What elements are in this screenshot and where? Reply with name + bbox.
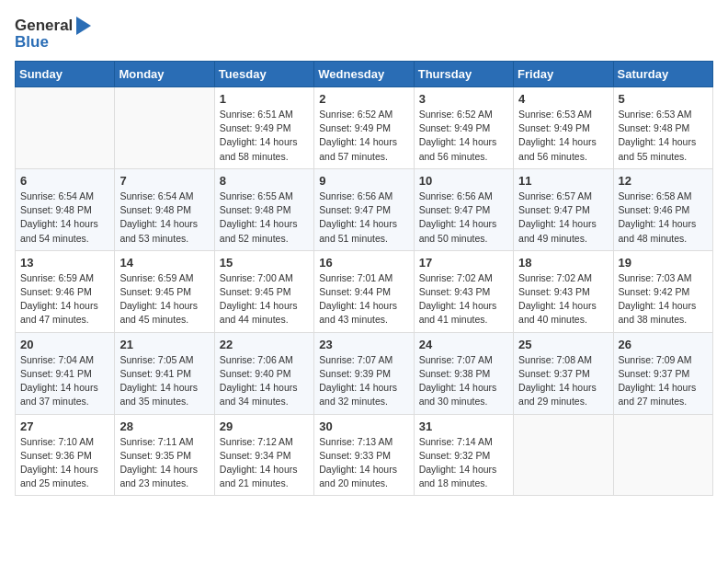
day-number: 19 (619, 256, 708, 270)
calendar-cell: 20Sunrise: 7:04 AM Sunset: 9:41 PM Dayli… (16, 332, 115, 414)
weekday-header-friday: Friday (514, 62, 613, 87)
calendar-cell: 15Sunrise: 7:00 AM Sunset: 9:45 PM Dayli… (214, 250, 313, 332)
logo-icon (74, 15, 93, 37)
day-info: Sunrise: 6:59 AM Sunset: 9:45 PM Dayligh… (119, 271, 209, 327)
calendar-cell: 5Sunrise: 6:53 AM Sunset: 9:48 PM Daylig… (613, 87, 712, 169)
svg-marker-0 (76, 17, 91, 35)
calendar-cell: 12Sunrise: 6:58 AM Sunset: 9:46 PM Dayli… (613, 168, 712, 250)
day-number: 9 (319, 174, 408, 188)
calendar-cell: 29Sunrise: 7:12 AM Sunset: 9:34 PM Dayli… (214, 414, 313, 496)
day-number: 29 (220, 419, 309, 433)
day-number: 12 (619, 174, 708, 188)
day-info: Sunrise: 7:04 AM Sunset: 9:41 PM Dayligh… (20, 353, 109, 409)
calendar-cell: 17Sunrise: 7:02 AM Sunset: 9:43 PM Dayli… (414, 250, 513, 332)
calendar-cell: 28Sunrise: 7:11 AM Sunset: 9:35 PM Dayli… (115, 414, 214, 496)
day-info: Sunrise: 7:02 AM Sunset: 9:43 PM Dayligh… (419, 271, 508, 327)
day-number: 2 (319, 92, 408, 106)
day-number: 5 (619, 92, 708, 106)
day-info: Sunrise: 7:05 AM Sunset: 9:41 PM Dayligh… (119, 353, 209, 409)
calendar-cell: 6Sunrise: 6:54 AM Sunset: 9:48 PM Daylig… (16, 168, 115, 250)
day-info: Sunrise: 6:57 AM Sunset: 9:47 PM Dayligh… (518, 190, 608, 246)
calendar-cell: 10Sunrise: 6:56 AM Sunset: 9:47 PM Dayli… (414, 168, 513, 250)
calendar-cell (613, 414, 712, 496)
calendar-week-row: 1Sunrise: 6:51 AM Sunset: 9:49 PM Daylig… (16, 87, 713, 169)
day-number: 26 (619, 338, 708, 351)
calendar-cell: 4Sunrise: 6:53 AM Sunset: 9:49 PM Daylig… (514, 87, 613, 169)
logo: General Blue (15, 15, 98, 52)
logo-general-text: General (15, 17, 73, 35)
day-number: 11 (518, 174, 608, 188)
day-info: Sunrise: 7:00 AM Sunset: 9:45 PM Dayligh… (220, 271, 309, 327)
calendar-cell: 7Sunrise: 6:54 AM Sunset: 9:48 PM Daylig… (115, 168, 214, 250)
day-info: Sunrise: 6:52 AM Sunset: 9:49 PM Dayligh… (419, 108, 508, 164)
weekday-header-tuesday: Tuesday (214, 62, 313, 87)
day-info: Sunrise: 6:58 AM Sunset: 9:46 PM Dayligh… (619, 190, 708, 246)
day-number: 8 (220, 174, 309, 188)
day-info: Sunrise: 7:08 AM Sunset: 9:37 PM Dayligh… (518, 353, 608, 409)
calendar-week-row: 6Sunrise: 6:54 AM Sunset: 9:48 PM Daylig… (16, 168, 713, 250)
weekday-header-sunday: Sunday (16, 62, 115, 87)
day-info: Sunrise: 7:09 AM Sunset: 9:37 PM Dayligh… (619, 353, 708, 409)
calendar-cell: 26Sunrise: 7:09 AM Sunset: 9:37 PM Dayli… (613, 332, 712, 414)
day-number: 17 (419, 256, 508, 270)
calendar-cell: 2Sunrise: 6:52 AM Sunset: 9:49 PM Daylig… (314, 87, 414, 169)
calendar-cell: 30Sunrise: 7:13 AM Sunset: 9:33 PM Dayli… (314, 414, 414, 496)
day-number: 23 (319, 338, 408, 351)
day-info: Sunrise: 7:02 AM Sunset: 9:43 PM Dayligh… (518, 271, 608, 327)
calendar-week-row: 20Sunrise: 7:04 AM Sunset: 9:41 PM Dayli… (16, 332, 713, 414)
calendar-table: SundayMondayTuesdayWednesdayThursdayFrid… (15, 61, 713, 496)
calendar-cell: 9Sunrise: 6:56 AM Sunset: 9:47 PM Daylig… (314, 168, 414, 250)
calendar-cell: 16Sunrise: 7:01 AM Sunset: 9:44 PM Dayli… (314, 250, 414, 332)
calendar-cell: 27Sunrise: 7:10 AM Sunset: 9:36 PM Dayli… (16, 414, 115, 496)
day-info: Sunrise: 6:54 AM Sunset: 9:48 PM Dayligh… (119, 190, 209, 246)
calendar-cell: 18Sunrise: 7:02 AM Sunset: 9:43 PM Dayli… (514, 250, 613, 332)
day-info: Sunrise: 6:53 AM Sunset: 9:48 PM Dayligh… (619, 108, 708, 164)
day-info: Sunrise: 7:11 AM Sunset: 9:35 PM Dayligh… (119, 435, 209, 491)
day-info: Sunrise: 7:14 AM Sunset: 9:32 PM Dayligh… (419, 435, 508, 491)
day-number: 16 (319, 256, 408, 270)
calendar-cell: 19Sunrise: 7:03 AM Sunset: 9:42 PM Dayli… (613, 250, 712, 332)
day-number: 7 (119, 174, 209, 188)
day-info: Sunrise: 7:07 AM Sunset: 9:39 PM Dayligh… (319, 353, 408, 409)
calendar-cell: 13Sunrise: 6:59 AM Sunset: 9:46 PM Dayli… (16, 250, 115, 332)
weekday-header-row: SundayMondayTuesdayWednesdayThursdayFrid… (16, 62, 713, 87)
day-info: Sunrise: 6:55 AM Sunset: 9:48 PM Dayligh… (220, 190, 309, 246)
day-info: Sunrise: 6:56 AM Sunset: 9:47 PM Dayligh… (319, 190, 408, 246)
day-info: Sunrise: 7:10 AM Sunset: 9:36 PM Dayligh… (20, 435, 109, 491)
calendar-cell: 8Sunrise: 6:55 AM Sunset: 9:48 PM Daylig… (214, 168, 313, 250)
weekday-header-wednesday: Wednesday (314, 62, 414, 87)
day-info: Sunrise: 7:07 AM Sunset: 9:38 PM Dayligh… (419, 353, 508, 409)
day-info: Sunrise: 7:12 AM Sunset: 9:34 PM Dayligh… (220, 435, 309, 491)
day-number: 25 (518, 338, 608, 351)
calendar-cell (16, 87, 115, 169)
calendar-cell: 14Sunrise: 6:59 AM Sunset: 9:45 PM Dayli… (115, 250, 214, 332)
day-number: 15 (220, 256, 309, 270)
day-number: 31 (419, 419, 508, 433)
calendar-cell: 1Sunrise: 6:51 AM Sunset: 9:49 PM Daylig… (214, 87, 313, 169)
day-number: 30 (319, 419, 408, 433)
day-number: 13 (20, 256, 109, 270)
calendar-cell: 31Sunrise: 7:14 AM Sunset: 9:32 PM Dayli… (414, 414, 513, 496)
logo-blue-text: Blue (15, 33, 49, 52)
day-number: 27 (20, 419, 109, 433)
day-info: Sunrise: 7:03 AM Sunset: 9:42 PM Dayligh… (619, 271, 708, 327)
calendar-cell: 24Sunrise: 7:07 AM Sunset: 9:38 PM Dayli… (414, 332, 513, 414)
day-number: 3 (419, 92, 508, 106)
calendar-cell: 25Sunrise: 7:08 AM Sunset: 9:37 PM Dayli… (514, 332, 613, 414)
day-number: 18 (518, 256, 608, 270)
calendar-cell (514, 414, 613, 496)
day-number: 6 (20, 174, 109, 188)
calendar-week-row: 13Sunrise: 6:59 AM Sunset: 9:46 PM Dayli… (16, 250, 713, 332)
weekday-header-thursday: Thursday (414, 62, 513, 87)
day-number: 1 (220, 92, 309, 106)
day-number: 28 (119, 419, 209, 433)
day-info: Sunrise: 6:52 AM Sunset: 9:49 PM Dayligh… (319, 108, 408, 164)
day-info: Sunrise: 6:56 AM Sunset: 9:47 PM Dayligh… (419, 190, 508, 246)
day-info: Sunrise: 7:06 AM Sunset: 9:40 PM Dayligh… (220, 353, 309, 409)
day-number: 21 (119, 338, 209, 351)
page-header: General Blue (15, 15, 713, 52)
weekday-header-saturday: Saturday (613, 62, 712, 87)
calendar-cell: 3Sunrise: 6:52 AM Sunset: 9:49 PM Daylig… (414, 87, 513, 169)
calendar-cell: 22Sunrise: 7:06 AM Sunset: 9:40 PM Dayli… (214, 332, 313, 414)
calendar-cell: 21Sunrise: 7:05 AM Sunset: 9:41 PM Dayli… (115, 332, 214, 414)
